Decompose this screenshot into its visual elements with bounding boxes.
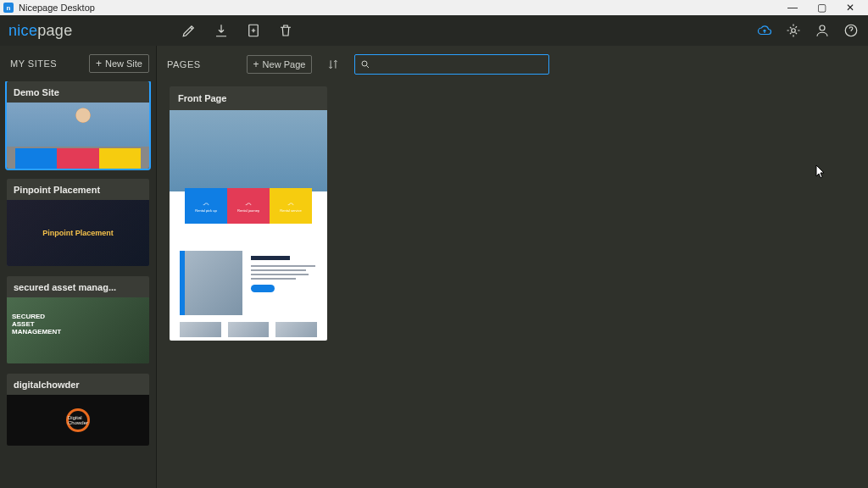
new-page-button[interactable]: + New Page	[247, 55, 313, 74]
window-close-button[interactable]: ✕	[836, 2, 865, 14]
toolbar-actions	[181, 22, 294, 39]
site-thumbnail: SECURED ASSET MANAGEMENT	[7, 297, 149, 363]
main-toolbar: nicepage	[0, 15, 868, 46]
plus-icon: +	[96, 58, 102, 69]
settings-icon[interactable]	[785, 22, 802, 39]
app-logo: nicepage	[8, 22, 72, 40]
account-icon[interactable]	[814, 22, 831, 39]
site-name: Demo Site	[7, 81, 149, 103]
search-input[interactable]	[376, 59, 543, 69]
new-site-label: New Site	[105, 58, 142, 69]
toolbar-right	[756, 22, 860, 39]
window-title: Nicepage Desktop	[19, 3, 778, 13]
cloud-sync-icon[interactable]	[756, 22, 773, 39]
search-icon	[360, 59, 370, 69]
site-thumbnail	[7, 103, 149, 169]
pages-title: PAGES	[167, 59, 201, 69]
main-area: MY SITES + New Site Demo Site Pinpoint P…	[0, 46, 868, 488]
sidebar-title: MY SITES	[10, 58, 57, 69]
window-minimize-button[interactable]: —	[778, 2, 807, 14]
thumb-overlay-text: Digital Chowder	[68, 415, 88, 425]
import-icon[interactable]	[213, 22, 230, 39]
site-thumbnail: Pinpoint Placement	[7, 200, 149, 266]
logo-part1: nice	[8, 22, 37, 39]
svg-point-1	[792, 29, 796, 33]
site-card-digital[interactable]: digitalchowder Digital Chowder	[7, 374, 149, 446]
mouse-cursor	[815, 164, 826, 180]
svg-point-4	[362, 61, 367, 66]
new-site-button[interactable]: + New Site	[89, 54, 149, 73]
site-name: Pinpoint Placement	[7, 179, 149, 200]
sort-button[interactable]	[324, 55, 342, 74]
app-icon: n	[3, 3, 14, 13]
plus-icon: +	[253, 59, 259, 69]
page-name: Front Page	[170, 86, 327, 110]
logo-part2: page	[37, 22, 72, 39]
new-page-label: New Page	[263, 59, 306, 69]
sites-list: Demo Site Pinpoint Placement Pinpoint Pl…	[0, 81, 156, 488]
trash-icon[interactable]	[277, 22, 294, 39]
sites-sidebar: MY SITES + New Site Demo Site Pinpoint P…	[0, 46, 157, 488]
thumb-overlay-text: Pinpoint Placement	[42, 229, 114, 237]
site-card-pinpoint[interactable]: Pinpoint Placement Pinpoint Placement	[7, 179, 149, 266]
window-titlebar: n Nicepage Desktop — ▢ ✕	[0, 0, 868, 15]
site-card-demo[interactable]: Demo Site	[7, 81, 149, 169]
thumb-overlay-text: SECURED ASSET MANAGEMENT	[12, 313, 61, 336]
svg-point-2	[820, 25, 825, 30]
site-card-secured[interactable]: secured asset manag... SECURED ASSET MAN…	[7, 276, 149, 363]
sidebar-header: MY SITES + New Site	[0, 46, 156, 81]
window-maximize-button[interactable]: ▢	[807, 2, 836, 14]
site-name: digitalchowder	[7, 374, 149, 395]
site-name: secured asset manag...	[7, 276, 149, 297]
page-thumbnail: Rental pick up Rental journey Rental ser…	[170, 110, 327, 341]
help-icon[interactable]	[843, 22, 860, 39]
add-page-icon[interactable]	[245, 22, 262, 39]
pages-panel: PAGES + New Page Front Page Rental pick …	[157, 46, 868, 488]
pages-header: PAGES + New Page	[157, 46, 868, 83]
search-field[interactable]	[354, 54, 549, 75]
design-tool-icon[interactable]	[181, 22, 198, 39]
site-thumbnail: Digital Chowder	[7, 395, 149, 446]
page-card-front[interactable]: Front Page Rental pick up Rental journey…	[170, 86, 327, 341]
